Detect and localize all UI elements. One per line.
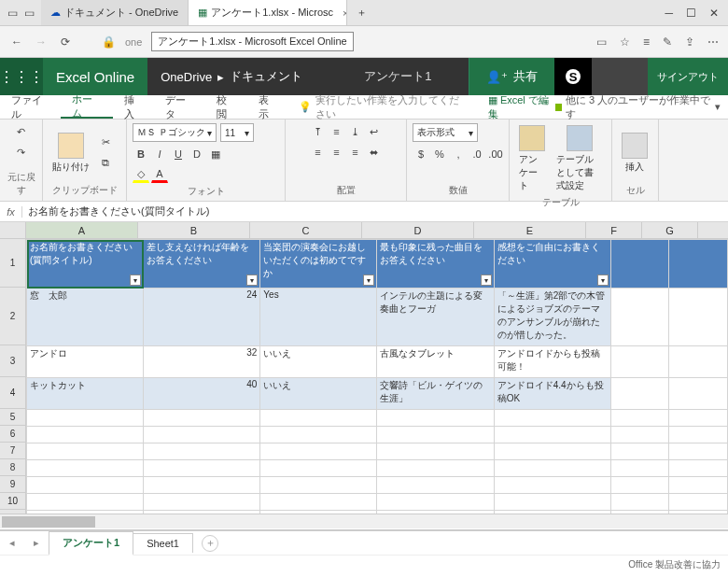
fill-color-button[interactable]: ◇ [133,166,149,183]
cell[interactable] [669,410,728,427]
cell[interactable] [610,288,669,346]
align-top-button[interactable]: ⤒ [310,123,327,140]
cell[interactable]: 24 [144,288,260,346]
filter-button[interactable]: ▾ [130,274,141,286]
increase-decimal-button[interactable]: .0 [469,146,485,162]
filter-button[interactable]: ▾ [363,274,374,286]
align-left-button[interactable]: ≡ [310,144,327,161]
cell[interactable] [27,460,144,477]
cell[interactable] [377,477,494,494]
cell[interactable] [494,427,610,443]
number-format-select[interactable]: 表示形式▾ [413,123,478,142]
cell[interactable] [610,346,669,378]
hub-icon[interactable]: ≡ [643,35,650,49]
cell[interactable]: いいえ [260,346,377,378]
font-color-button[interactable]: A [151,166,168,183]
cell[interactable] [669,346,728,378]
cell[interactable]: キットカット [27,378,144,410]
currency-button[interactable]: $ [413,146,429,162]
cell[interactable]: 窓 太郎 [27,288,144,346]
cell[interactable] [610,443,669,460]
share-button[interactable]: 👤⁺ 共有 [469,58,554,95]
cell[interactable] [610,427,669,443]
edit-in-excel-link[interactable]: ▦ Excel で編集 [488,93,555,121]
row-header[interactable]: 1 [0,239,26,288]
cell[interactable] [260,427,377,443]
redo-button[interactable]: ↷ [13,144,30,161]
cell[interactable] [669,240,728,288]
cell[interactable]: 「～生涯」第2部での木管によるジョブズのテーマのアンサンブルが崩れたのが惜しかっ… [494,288,610,346]
row-header[interactable]: 2 [0,288,26,345]
tab-view[interactable]: 表示 [247,95,289,119]
align-center-button[interactable]: ≡ [329,144,345,161]
sheet-tab[interactable]: アンケート1 [49,531,133,556]
copy-button[interactable]: ⧉ [97,155,114,172]
decrease-decimal-button[interactable]: .00 [487,146,504,162]
paste-button[interactable]: 貼り付け [49,131,93,176]
cell[interactable] [610,460,669,477]
bold-button[interactable]: B [133,146,149,162]
cell[interactable] [377,494,494,511]
tab-home[interactable]: ホーム [61,95,112,119]
cell[interactable] [610,378,669,410]
cell[interactable] [144,460,260,477]
breadcrumb-root[interactable]: OneDrive [161,70,212,84]
cell[interactable] [260,494,377,511]
sheet-nav-next[interactable]: ▸ [24,537,49,549]
filter-button[interactable]: ▾ [246,274,258,286]
cell[interactable] [260,410,377,427]
cell[interactable] [610,240,669,288]
cell[interactable] [377,460,494,477]
cell[interactable] [669,288,728,346]
col-header-d[interactable]: D [362,222,474,238]
cell[interactable] [144,443,260,460]
breadcrumb-folder[interactable]: ドキュメント [230,68,302,85]
cell[interactable] [144,494,260,511]
cell[interactable] [260,443,377,460]
cell[interactable] [260,460,377,477]
fx-icon[interactable]: fx [0,206,22,218]
cell[interactable]: 感想をご自由にお書きください▾ [494,240,610,288]
share-icon[interactable]: ⇪ [685,35,694,49]
cell[interactable] [377,443,494,460]
undo-button[interactable]: ↶ [13,123,30,140]
align-bottom-button[interactable]: ⤓ [347,123,364,140]
row-header[interactable]: 5 [0,409,26,426]
filter-button[interactable]: ▾ [597,274,609,286]
skype-button[interactable]: S [554,58,592,95]
back-button[interactable]: ← [9,35,24,49]
cell[interactable] [610,477,669,494]
row-header[interactable]: 4 [0,377,26,409]
tab-review[interactable]: 校閲 [205,95,247,119]
cell[interactable]: 交響詩「ビル・ゲイツの生涯」 [377,378,494,410]
col-header-c[interactable]: C [250,222,362,238]
cell[interactable]: お名前をお書きください(質問タイトル)▾ [27,240,144,288]
col-header-g[interactable]: G [642,222,698,238]
italic-button[interactable]: I [151,146,168,162]
survey-button[interactable]: アンケート [515,123,549,194]
formula-input[interactable]: お名前をお書きください(質問タイトル) [22,204,215,218]
cell[interactable] [377,410,494,427]
browser-tab-onedrive[interactable]: ☁ ドキュメント - OneDrive [41,0,189,25]
new-tab-button[interactable]: ＋ [347,0,376,25]
select-all-corner[interactable] [0,222,26,238]
minimize-button[interactable]: ─ [665,7,673,20]
reading-view-icon[interactable]: ▭ [596,35,607,49]
cell[interactable] [610,494,669,511]
double-underline-button[interactable]: D [189,146,205,162]
cell[interactable]: 32 [144,346,260,378]
row-header[interactable]: 8 [0,459,26,476]
cell[interactable] [494,477,610,494]
refresh-button[interactable]: ⟳ [58,35,73,49]
forward-button[interactable]: → [34,35,49,49]
cell[interactable] [144,477,260,494]
cell[interactable]: 差し支えなければ年齢をお答えください▾ [144,240,260,288]
cell[interactable] [669,378,728,410]
row-header[interactable]: 3 [0,345,26,377]
browser-tab-excel[interactable]: ▦ アンケート1.xlsx - Microsc × [189,0,347,25]
favorite-icon[interactable]: ☆ [620,35,630,49]
filter-button[interactable]: ▾ [481,274,492,286]
cell[interactable]: 古風なタブレット [377,346,494,378]
merge-button[interactable]: ⬌ [366,144,383,161]
row-header[interactable]: 10 [0,493,26,510]
